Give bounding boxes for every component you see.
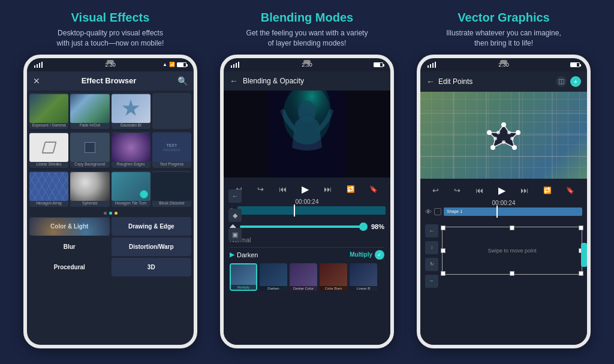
effect-cell-copy[interactable]: Copy Background — [70, 132, 109, 168]
play-icon[interactable]: ▶ — [302, 183, 309, 195]
phones-section: 2:30 ▲ 📶 ✕ Effect Browser 🔍 — [0, 55, 614, 364]
blend-left-tools: ← ◆ ▣ — [228, 189, 242, 241]
effect-cell-hextile[interactable]: Hexagon Tile Turn — [112, 171, 151, 207]
svg-point-20 — [496, 131, 500, 134]
svg-point-17 — [507, 131, 511, 134]
check-badge: ✓ — [375, 250, 384, 260]
v-loop-icon[interactable]: 🔁 — [543, 186, 552, 194]
darken-label: Darken — [237, 251, 347, 258]
effect-cell-empty1 — [152, 93, 191, 129]
effect-cell-exposure[interactable]: Exposure / Gamma — [29, 93, 68, 129]
v-minus-icon[interactable]: − — [425, 275, 438, 288]
tool-square[interactable]: ▣ — [228, 228, 242, 241]
v-redo-icon[interactable]: ↪ — [454, 186, 460, 195]
v-rotate-icon[interactable]: ↻ — [425, 258, 438, 271]
tool-arrow-left[interactable]: ← — [228, 189, 242, 203]
transport-controls: ↩ ↪ ⏮ ▶ ⏭ 🔁 🔖 — [228, 181, 386, 197]
swipe-hint-text: Swipe to move point — [487, 248, 536, 254]
phone1-time: 2:30 — [105, 62, 116, 68]
cat-btn-color-light[interactable]: Color & Light — [29, 217, 110, 236]
skip-back-icon[interactable]: ⏮ — [279, 185, 287, 194]
blend-thumb-darker-color[interactable]: Darker Color — [290, 263, 317, 291]
bookmark-icon[interactable]: 🔖 — [369, 185, 378, 193]
vector-timeline: ↩ ↪ ⏮ ▶ ⏭ 🔁 🔖 00:00:24 👁 — [420, 179, 587, 219]
feature-visual-effects: Visual Effects Desktop-quality pro visua… — [20, 11, 200, 49]
opacity-fill — [240, 225, 365, 228]
v-skip-fwd-icon[interactable]: ⏭ — [520, 186, 528, 195]
opacity-slider[interactable] — [240, 225, 368, 228]
effect-cell-fade[interactable]: Fade In/Out — [70, 93, 109, 129]
effect-cell-text[interactable]: TEXT PROGRESS Text Progress — [152, 132, 191, 168]
shape-track-label: Shape 1 — [447, 209, 462, 213]
blend-timeline: ↩ ↪ ⏮ ▶ ⏭ 🔁 🔖 00:00:24 👁 — [224, 178, 390, 218]
phone2-signal — [231, 62, 239, 68]
vector-graphics-desc: Illustrate whatever you can imagine,then… — [446, 28, 561, 49]
effect-label-hextile: Hexagon Tile Turn — [115, 201, 148, 206]
svg-point-16 — [487, 130, 492, 135]
blend-thumb-color-burn[interactable]: Color Burn — [320, 263, 347, 291]
vector-controls: ← ↕ ↻ − — [420, 219, 587, 345]
tool-diamond2[interactable]: ◆ — [228, 209, 242, 222]
drawing-label: Drawing & Edge — [128, 223, 174, 230]
blend-time-display: 00:00:24 — [228, 197, 386, 206]
cat-btn-procedural[interactable]: Procedural — [29, 258, 110, 276]
blend-thumb-multiply[interactable]: Multiply — [230, 263, 257, 291]
skip-fwd-icon[interactable]: ⏭ — [324, 185, 332, 194]
blend-thumb-linear[interactable]: Linear B — [350, 263, 377, 291]
effect-cell-roughen[interactable]: Roughen Edges — [112, 132, 151, 168]
v-eye2[interactable] — [434, 208, 441, 215]
dots-indicator — [27, 209, 194, 217]
add-icon-btn[interactable]: + — [570, 76, 581, 87]
cat-btn-drawing[interactable]: Drawing & Edge — [112, 217, 192, 236]
effect-cell-hexarray[interactable]: Hexagon Array — [29, 171, 68, 207]
phone3-body: ← Edit Points ◫ + — [420, 71, 587, 345]
close-icon[interactable]: ✕ — [33, 76, 40, 86]
effects-grid-row3: Hexagon Array Spherize Hexagon Tile Turn — [27, 169, 194, 209]
effect-label-streaks: Linear Streaks — [36, 162, 62, 167]
blend-timeline-track[interactable] — [237, 206, 386, 215]
phone1-signal — [34, 62, 43, 68]
vector-back-icon[interactable]: ← — [426, 77, 435, 86]
v-eye-icon[interactable]: 👁 — [425, 208, 432, 215]
effect-cell-spherize[interactable]: Spherize — [70, 171, 109, 207]
svg-point-21 — [502, 140, 505, 144]
blend-label-linear: Linear B — [350, 286, 377, 291]
layers-icon-btn[interactable]: ◫ — [556, 76, 567, 87]
triangle-icon: ▶ — [230, 251, 234, 258]
v-undo-icon[interactable]: ↩ — [432, 186, 439, 195]
back-icon[interactable]: ← — [230, 76, 238, 86]
search-icon[interactable]: 🔍 — [177, 76, 188, 86]
cat-btn-blur[interactable]: Blur — [29, 237, 110, 256]
blending-modes-desc: Get the feeling you want with a varietyo… — [246, 28, 368, 49]
v-bookmark-icon[interactable]: 🔖 — [566, 186, 574, 194]
effect-cell-gaussian[interactable]: Gaussian Bl — [112, 93, 151, 129]
effect-label-hexarray: Hexagon Array — [35, 201, 62, 206]
effect-cell-dissolve[interactable]: Block Dissolve — [152, 171, 191, 207]
effect-cell-streaks[interactable]: Linear Streaks — [29, 132, 68, 168]
phone1-battery: ▲ 📶 — [162, 62, 186, 67]
v-scale-icon[interactable]: ↕ — [425, 241, 438, 254]
blend-mode-display: Normal — [230, 236, 384, 243]
v-skip-back-icon[interactable]: ⏮ — [475, 186, 483, 195]
v-play-icon[interactable]: ▶ — [498, 185, 505, 196]
cat-btn-3d[interactable]: 3D — [112, 258, 192, 276]
transform-box-container: Swipe to move point — [442, 222, 582, 288]
blend-label-color-burn: Color Burn — [320, 286, 347, 291]
darken-row: ▶ Darken Multiply ✓ — [230, 250, 384, 260]
effect-label-dissolve: Block Dissolve — [158, 201, 185, 206]
blend-label-darker-color: Darker Color — [290, 286, 317, 291]
loop-icon[interactable]: 🔁 — [347, 185, 355, 193]
phone2-time: 2:30 — [302, 62, 312, 68]
v-arrow-icon[interactable]: ← — [425, 224, 438, 237]
svg-marker-11 — [489, 125, 518, 148]
right-slider[interactable] — [581, 243, 587, 267]
blend-header: ← Blending & Opacity — [224, 71, 390, 91]
feature-vector-graphics: Vector Graphics Illustrate whatever you … — [414, 11, 594, 49]
cat-btn-distortion[interactable]: Distortion/Warp — [112, 237, 192, 256]
blend-thumb-darken[interactable]: Darken — [260, 263, 287, 291]
effect-label-exposure: Exposure / Gamma — [32, 123, 67, 128]
blend-controls: ◆ 98% Normal ▶ Darken — [224, 218, 390, 345]
blur-label: Blur — [64, 243, 76, 250]
shape-track-bar[interactable]: Shape 1 — [444, 207, 582, 216]
redo-icon[interactable]: ↪ — [257, 185, 264, 194]
